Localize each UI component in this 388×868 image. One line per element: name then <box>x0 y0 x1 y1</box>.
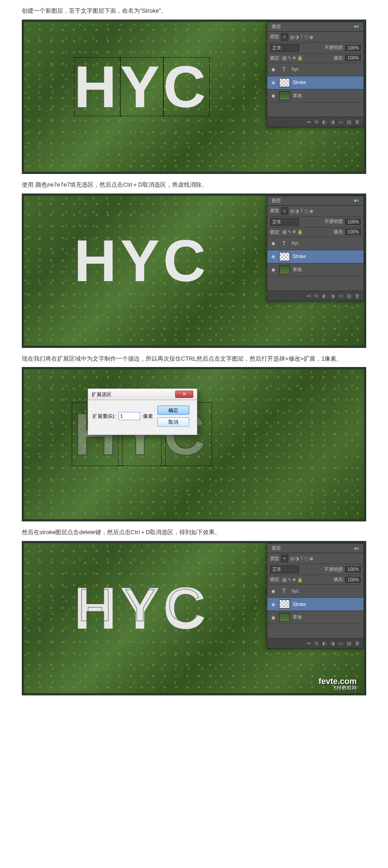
filter-dropdown[interactable]: ÷ <box>281 207 288 215</box>
panel-tab[interactable]: 图层 ▾≡ <box>267 22 363 32</box>
stroke-layer-name: Stroke <box>293 254 306 259</box>
layer-hyc[interactable]: ◉ T hyc <box>267 63 363 76</box>
blend-mode-select[interactable]: 正常 <box>270 44 299 52</box>
step4-caption: 然后在stroke图层点击delete键，然后点击Ctrl＋D取消选区，得到如下… <box>22 528 366 537</box>
visibility-icon[interactable]: ◉ <box>270 615 276 620</box>
stroke-layer-name: Stroke <box>293 80 306 85</box>
fx-icon[interactable]: fx <box>314 119 319 125</box>
expand-amount-input[interactable] <box>118 412 140 420</box>
blend-mode-select[interactable]: 正常 <box>270 565 299 573</box>
hyc-text-outlined: HYC <box>74 579 210 638</box>
panel-menu-icon[interactable]: ▾≡ <box>354 24 359 29</box>
dialog-title: 扩展选区 <box>92 391 112 398</box>
layers-panel[interactable]: 图层 ▾≡ 类型 ÷ ▤ ◑ T ▢ ◉ 正常 不透明度: 100% 锁定: ▩… <box>267 22 364 127</box>
text-layer-name: hyc <box>292 241 299 246</box>
blend-mode-select[interactable]: 正常 <box>270 218 299 226</box>
adjust-icon[interactable]: ◑ <box>330 640 335 646</box>
new-layer-icon[interactable]: ▤ <box>347 293 351 299</box>
panel-bottom-icons[interactable]: ⇔ fx ◐ ◑ ▭ ▤ 🗑 <box>267 117 363 127</box>
filter-icons[interactable]: ▤ ◑ T ▢ ◉ <box>290 556 314 561</box>
fill-value[interactable]: 100% <box>345 229 361 235</box>
panel-menu-icon[interactable]: ▾≡ <box>354 546 359 551</box>
visibility-icon[interactable]: ◉ <box>270 602 276 607</box>
fx-icon[interactable]: fx <box>314 640 319 646</box>
mask-icon[interactable]: ◐ <box>322 119 327 125</box>
visibility-icon[interactable]: ◉ <box>270 80 276 85</box>
layer-hyc[interactable]: ◉Thyc <box>267 585 363 598</box>
layer-grass[interactable]: ◉草地 <box>267 263 363 277</box>
adjust-icon[interactable]: ◑ <box>330 119 335 125</box>
watermark: fevte.com 飞特教程网 <box>319 677 357 690</box>
lock-label: 锁定: <box>270 229 280 235</box>
layer-grass[interactable]: ◉ 草地 <box>267 89 363 103</box>
adjust-icon[interactable]: ◑ <box>330 293 335 299</box>
trash-icon[interactable]: 🗑 <box>355 640 360 646</box>
opacity-label: 不透明度: <box>324 45 344 51</box>
group-icon[interactable]: ▭ <box>339 640 343 646</box>
link-icon[interactable]: ⇔ <box>307 640 311 646</box>
lock-icons[interactable]: ▩ ✎ ✥ 🔒 <box>282 229 303 234</box>
hyc-text-selected: HYC <box>74 57 210 116</box>
grass-thumb <box>279 91 290 100</box>
mask-icon[interactable]: ◐ <box>322 293 327 299</box>
visibility-icon[interactable]: ◉ <box>270 241 276 246</box>
fx-icon[interactable]: fx <box>314 293 319 299</box>
layer-stroke[interactable]: ◉Stroke <box>267 250 363 263</box>
panel-title: 图层 <box>272 24 281 30</box>
filter-icons[interactable]: ▤ ◑ T ▢ ◉ <box>290 208 314 213</box>
cancel-button[interactable]: 取消 <box>157 417 189 427</box>
filter-row: 类型 ÷ ▤ ◑ T ▢ ◉ <box>267 32 363 43</box>
visibility-icon[interactable]: ◉ <box>270 93 276 98</box>
visibility-icon[interactable]: ◉ <box>270 67 276 72</box>
filter-dropdown[interactable]: ÷ <box>281 33 288 41</box>
layers-panel[interactable]: 图层 ▾≡ 类型÷▤ ◑ T ▢ ◉ 正常不透明度:100% 锁定:▩ ✎ ✥ … <box>267 196 364 301</box>
layer-hyc[interactable]: ◉Thyc <box>267 237 363 250</box>
fill-value[interactable]: 100% <box>345 55 361 61</box>
layers-panel[interactable]: 图层 ▾≡ 类型÷▤ ◑ T ▢ ◉ 正常不透明度:100% 锁定:▩ ✎ ✥ … <box>267 543 364 649</box>
mask-icon[interactable]: ◐ <box>322 640 327 646</box>
panel-tab[interactable]: 图层 ▾≡ <box>267 196 363 206</box>
layer-grass[interactable]: ◉草地 <box>267 611 363 624</box>
panel-title: 图层 <box>272 198 281 204</box>
fill-label: 填充: <box>334 576 344 583</box>
lock-icons[interactable]: ▩ ✎ ✥ 🔒 <box>282 55 303 60</box>
close-icon[interactable]: ✕ <box>175 391 193 398</box>
layer-stroke[interactable]: ◉ Stroke <box>267 76 363 89</box>
filter-label: 类型 <box>270 556 279 562</box>
trash-icon[interactable]: 🗑 <box>355 119 360 125</box>
visibility-icon[interactable]: ◉ <box>270 254 276 259</box>
lock-icons[interactable]: ▩ ✎ ✥ 🔒 <box>282 577 303 582</box>
group-icon[interactable]: ▭ <box>339 119 343 125</box>
link-icon[interactable]: ⇔ <box>307 293 311 299</box>
fill-label: 填充: <box>334 55 344 61</box>
visibility-icon[interactable]: ◉ <box>270 589 276 594</box>
ok-button[interactable]: 确定 <box>157 406 189 415</box>
hyc-text-filled: HYC <box>74 231 210 290</box>
dialog-titlebar[interactable]: 扩展选区 ✕ <box>88 389 197 400</box>
step2-caption: 使用 颜色#e7e7e7填充选区，然后点击Ctrl＋D取消选区，将虚线消除。 <box>22 180 366 190</box>
panel-bottom-icons[interactable]: ⇔fx◐◑▭▤🗑 <box>267 291 363 301</box>
new-layer-icon[interactable]: ▤ <box>347 640 351 646</box>
screenshot-4: HYC 图层 ▾≡ 类型÷▤ ◑ T ▢ ◉ 正常不透明度:100% 锁定:▩ … <box>22 541 366 695</box>
link-icon[interactable]: ⇔ <box>307 119 311 125</box>
expand-selection-dialog[interactable]: 扩展选区 ✕ 扩展量(E): 像素 确定 取消 <box>88 388 197 435</box>
panel-tab[interactable]: 图层 ▾≡ <box>267 544 363 553</box>
trash-icon[interactable]: 🗑 <box>355 293 360 299</box>
panel-menu-icon[interactable]: ▾≡ <box>354 198 359 203</box>
stroke-layer-name: Stroke <box>293 602 306 607</box>
panel-bottom-icons[interactable]: ⇔fx◐◑▭▤🗑 <box>267 638 363 648</box>
group-icon[interactable]: ▭ <box>339 293 343 299</box>
text-layer-name: hyc <box>292 589 299 594</box>
layer-stroke[interactable]: ◉Stroke <box>267 598 363 611</box>
expand-field-label: 扩展量(E): <box>93 413 116 420</box>
new-layer-icon[interactable]: ▤ <box>347 119 351 125</box>
filter-dropdown[interactable]: ÷ <box>281 555 288 562</box>
opacity-value[interactable]: 100% <box>345 45 361 51</box>
fill-value[interactable]: 100% <box>345 577 361 583</box>
filter-icons[interactable]: ▤ ◑ T ▢ ◉ <box>290 35 314 40</box>
step1-caption: 创建一个新图层，至于文字图层下面，命名为"Stroke"。 <box>22 6 366 16</box>
filter-label: 类型 <box>270 34 279 40</box>
opacity-value[interactable]: 100% <box>345 566 361 572</box>
visibility-icon[interactable]: ◉ <box>270 267 276 272</box>
opacity-value[interactable]: 100% <box>345 219 361 225</box>
